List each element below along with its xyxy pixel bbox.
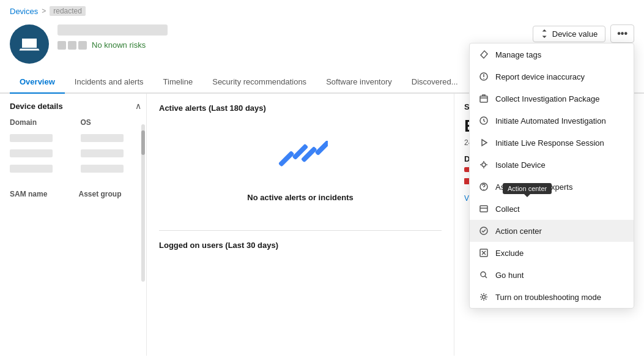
- troubleshoot-label: Turn on troubleshooting mode: [495, 293, 601, 302]
- svg-rect-5: [480, 96, 487, 102]
- menu-item-isolate-device[interactable]: Isolate Device: [470, 154, 634, 176]
- menu-item-collect[interactable]: Collect Action center: [470, 198, 634, 220]
- go-hunt-label: Go hunt: [495, 271, 524, 280]
- collect-investigation-label: Collect Investigation Package: [495, 94, 600, 103]
- report-inaccuracy-label: Report device inaccuracy: [495, 72, 585, 81]
- isolate-icon: [478, 159, 489, 170]
- investigation-icon: [478, 115, 489, 126]
- package-icon: [478, 93, 489, 104]
- menu-item-troubleshoot[interactable]: Turn on troubleshooting mode: [470, 286, 634, 308]
- exclude-label: Exclude: [495, 249, 524, 258]
- menu-item-initiate-automated[interactable]: Initiate Automated Investigation: [470, 110, 634, 132]
- menu-item-go-hunt[interactable]: Go hunt: [470, 264, 634, 286]
- question-icon: [478, 181, 489, 192]
- tag-icon: [478, 49, 489, 60]
- menu-item-manage-tags[interactable]: Manage tags: [470, 43, 634, 66]
- menu-item-exclude[interactable]: Exclude: [470, 242, 634, 264]
- report-icon: [478, 71, 489, 82]
- svg-point-14: [483, 296, 486, 299]
- action-center-icon: [478, 225, 489, 236]
- dropdown-menu: Manage tags Report device inaccuracy Col…: [469, 43, 634, 309]
- menu-item-action-center[interactable]: Action center: [470, 220, 634, 242]
- initiate-automated-label: Initiate Automated Investigation: [495, 116, 606, 126]
- collect-label: Collect: [495, 204, 520, 214]
- menu-item-report-inaccuracy[interactable]: Report device inaccuracy: [470, 66, 634, 88]
- svg-marker-7: [482, 140, 487, 146]
- svg-point-8: [482, 163, 486, 167]
- manage-tags-label: Manage tags: [495, 50, 541, 59]
- live-icon: [478, 137, 489, 148]
- menu-item-initiate-live[interactable]: Initiate Live Response Session: [470, 132, 634, 154]
- troubleshoot-icon: [478, 291, 489, 302]
- svg-rect-10: [480, 206, 487, 212]
- menu-item-collect-investigation[interactable]: Collect Investigation Package: [470, 88, 634, 110]
- dropdown-overlay: Manage tags Report device inaccuracy Col…: [0, 0, 644, 360]
- svg-point-13: [481, 272, 486, 277]
- exclude-icon: [478, 247, 489, 258]
- action-center-label: Action center: [495, 227, 542, 236]
- initiate-live-label: Initiate Live Response Session: [495, 138, 604, 148]
- isolate-device-label: Isolate Device: [495, 160, 546, 170]
- hunt-icon: [478, 269, 489, 280]
- collect-icon: [478, 203, 489, 214]
- action-center-tooltip: Action center: [503, 183, 552, 194]
